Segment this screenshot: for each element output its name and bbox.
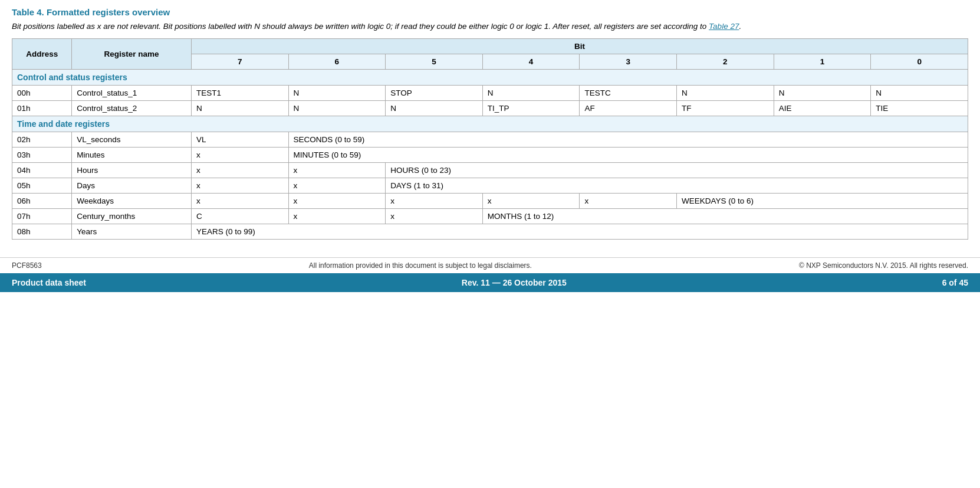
addr-08h: 08h (12, 224, 72, 240)
reg-control-status-2: Control_status_2 (72, 101, 192, 116)
addr-01h: 01h (12, 101, 72, 116)
bit5-stop: STOP (386, 86, 483, 101)
table-row: 03h Minutes x MINUTES (0 to 59) (12, 148, 968, 163)
footer-page: 6 of 45 (942, 278, 968, 287)
bit3-af: AF (580, 101, 677, 116)
reg-years: Years (72, 224, 192, 240)
table-row: 02h VL_seconds VL SECONDS (0 to 59) (12, 132, 968, 148)
section-time-date: Time and date registers (12, 116, 968, 132)
days-span: DAYS (1 to 31) (386, 178, 968, 194)
bit7-c: C (191, 209, 288, 224)
reg-hours: Hours (72, 163, 192, 178)
footer-left: PCF8563 (12, 261, 42, 270)
bit3-testc: TESTC (580, 86, 677, 101)
registers-table: Address Register name Bit 7 6 5 4 3 2 1 … (12, 38, 968, 240)
bit0-n: N (871, 86, 968, 101)
bit2-tf: TF (677, 101, 774, 116)
bit6-x: x (288, 163, 386, 178)
reg-minutes: Minutes (72, 148, 192, 163)
reg-vl-seconds: VL_seconds (72, 132, 192, 148)
reg-days: Days (72, 178, 192, 194)
header-bit0: 0 (871, 54, 968, 70)
desc-text2: . (739, 22, 741, 31)
table-row: 01h Control_status_2 N N N TI_TP AF TF A… (12, 101, 968, 116)
table-row: 04h Hours x x HOURS (0 to 23) (12, 163, 968, 178)
table-name-text: Formatted registers overview (47, 7, 170, 17)
bit6-x: x (288, 194, 386, 209)
addr-03h: 03h (12, 148, 72, 163)
header-address: Address (12, 39, 72, 70)
bit4-titp: TI_TP (482, 101, 580, 116)
header-bit2: 2 (677, 54, 774, 70)
header-register-name: Register name (72, 39, 192, 70)
header-bit5: 5 (386, 54, 483, 70)
reg-control-status-1: Control_status_1 (72, 86, 192, 101)
years-span: YEARS (0 to 99) (191, 224, 968, 240)
header-bit6: 6 (288, 54, 386, 70)
reg-weekdays: Weekdays (72, 194, 192, 209)
table-row: 00h Control_status_1 TEST1 N STOP N TEST… (12, 86, 968, 101)
footer-bar: PCF8563 All information provided in this… (0, 257, 980, 273)
desc-text1: Bit positions labelled as x are not rele… (12, 22, 709, 31)
addr-05h: 05h (12, 178, 72, 194)
table-row: 05h Days x x DAYS (1 to 31) (12, 178, 968, 194)
bit5-x: x (386, 194, 483, 209)
seconds-span: SECONDS (0 to 59) (288, 132, 968, 148)
header-row-1: Address Register name Bit (12, 39, 968, 54)
footer-product-label: Product data sheet (12, 278, 86, 287)
table-row: 07h Century_months C x x MONTHS (1 to 12… (12, 209, 968, 224)
header-bit: Bit (191, 39, 968, 54)
hours-span: HOURS (0 to 23) (386, 163, 968, 178)
footer-center: All information provided in this documen… (309, 261, 532, 270)
bit6-x: x (288, 178, 386, 194)
table-row: 08h Years YEARS (0 to 99) (12, 224, 968, 240)
header-bit7: 7 (191, 54, 288, 70)
bit0-tie: TIE (871, 101, 968, 116)
addr-02h: 02h (12, 132, 72, 148)
bit4-n: N (482, 86, 580, 101)
bit5-n: N (386, 101, 483, 116)
addr-04h: 04h (12, 163, 72, 178)
bit7-vl: VL (191, 132, 288, 148)
bit2-n: N (677, 86, 774, 101)
addr-00h: 00h (12, 86, 72, 101)
table-description: Bit positions labelled as x are not rele… (12, 21, 968, 32)
bit1-n: N (774, 86, 871, 101)
addr-06h: 06h (12, 194, 72, 209)
section-time-date-label: Time and date registers (12, 116, 968, 132)
footer-right: © NXP Semiconductors N.V. 2015. All righ… (799, 261, 968, 270)
bit7-n: N (191, 101, 288, 116)
footer-revision: Rev. 11 — 26 October 2015 (462, 278, 567, 287)
bit7-x: x (191, 163, 288, 178)
weekdays-span: WEEKDAYS (0 to 6) (677, 194, 968, 209)
reg-century-months: Century_months (72, 209, 192, 224)
header-bit4: 4 (482, 54, 580, 70)
section-control-status-label: Control and status registers (12, 70, 968, 86)
bit1-aie: AIE (774, 101, 871, 116)
months-span: MONTHS (1 to 12) (482, 209, 968, 224)
bit5-x: x (386, 209, 483, 224)
bit7-x: x (191, 178, 288, 194)
addr-07h: 07h (12, 209, 72, 224)
table-title: Table 4. Formatted registers overview (12, 7, 968, 17)
bit7-x: x (191, 194, 288, 209)
table-row: 06h Weekdays x x x x x WEEKDAYS (0 to 6) (12, 194, 968, 209)
bit3-x: x (580, 194, 677, 209)
bit7-x: x (191, 148, 288, 163)
section-control-status: Control and status registers (12, 70, 968, 86)
header-bit1: 1 (774, 54, 871, 70)
minutes-span: MINUTES (0 to 59) (288, 148, 968, 163)
bit7-test1: TEST1 (191, 86, 288, 101)
footer-bottom: Product data sheet Rev. 11 — 26 October … (0, 273, 980, 292)
header-bit3: 3 (580, 54, 677, 70)
bit6-n: N (288, 86, 386, 101)
table-number: Table 4. (12, 7, 44, 17)
bit6-n: N (288, 101, 386, 116)
bit4-x: x (482, 194, 580, 209)
bit6-x: x (288, 209, 386, 224)
table27-link[interactable]: Table 27 (709, 22, 739, 31)
